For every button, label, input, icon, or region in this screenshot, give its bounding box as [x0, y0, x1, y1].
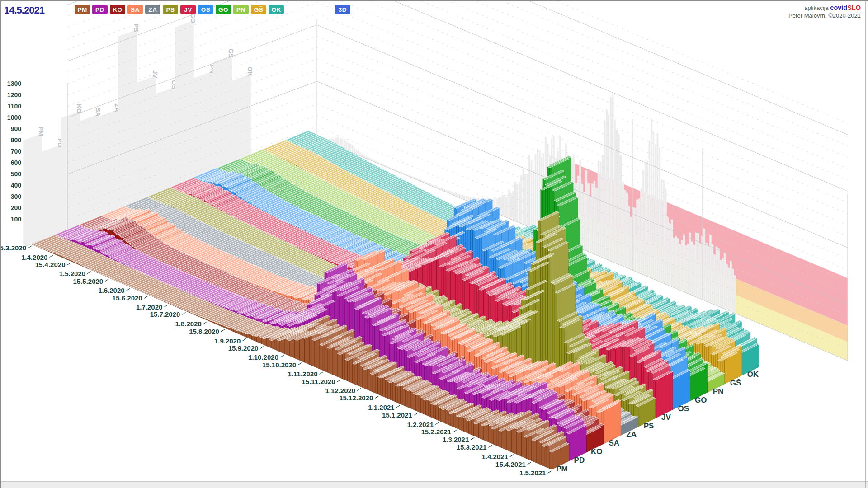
date-tick-1.9.2020: 1.9.2020: [214, 337, 241, 345]
region-label-OS: OS: [678, 404, 689, 413]
wall-bar-PS: [118, 29, 137, 212]
date-tick-15.1.2021: 15.1.2021: [382, 411, 412, 419]
date-tick-1.11.2020: 1.11.2020: [288, 370, 318, 378]
region-label-OK: OK: [747, 370, 759, 379]
date-tick-1.8.2020: 1.8.2020: [175, 320, 201, 328]
wall-bar-OK: [232, 74, 251, 169]
y-tick-500: 500: [11, 170, 22, 178]
legend-chip-PN[interactable]: PN: [233, 5, 249, 14]
region-label-ZA: ZA: [626, 430, 637, 439]
chart-3d-canvas[interactable]: PMPDKOSAZAPSJVOSGOPNGŠOK1002003004005006…: [1, 1, 868, 481]
covidslo-window: PMPDKOSAZAPSJVOSGOPNGŠOK1002003004005006…: [0, 0, 868, 488]
date-tick-15.7.2020: 15.7.2020: [150, 310, 180, 318]
wall-bar-label-OK: OK: [246, 67, 254, 76]
legend-chip-SA[interactable]: SA: [127, 5, 143, 14]
date-tick-15.10.2020: 15.10.2020: [262, 361, 296, 369]
legend-chip-PS[interactable]: PS: [163, 5, 178, 14]
date-tick-15.5.2020: 15.5.2020: [73, 277, 103, 285]
legend-chip-PD[interactable]: PD: [92, 5, 108, 14]
wall-bar-PD: [42, 145, 61, 240]
y-tick-300: 300: [11, 193, 22, 200]
wall-bar-PM: [23, 133, 42, 247]
y-tick-1200: 1200: [7, 91, 21, 99]
date-tick-1.3.2021: 1.3.2021: [443, 436, 469, 443]
legend-chip-GO[interactable]: GO: [216, 5, 231, 14]
date-tick-15.9.2020: 15.9.2020: [228, 344, 259, 352]
legend-chip-ZA[interactable]: ZA: [145, 5, 160, 14]
region-label-PD: PD: [574, 456, 585, 465]
date-tick-1.4.2021: 1.4.2021: [481, 453, 508, 460]
wall-bar-label-GŠ: GŠ: [227, 49, 235, 58]
region-label-GO: GO: [695, 396, 707, 404]
date-tick-15.4.2020: 15.4.2020: [35, 261, 66, 268]
wall-bar-JV: [137, 75, 156, 205]
region-label-JV: JV: [661, 413, 671, 422]
region-label-GŠ: GŠ: [730, 379, 741, 387]
y-tick-200: 200: [11, 204, 22, 211]
date-tick-1.10.2020: 1.10.2020: [248, 353, 278, 361]
wall-bar-label-SA: SA: [94, 108, 102, 116]
author-line: Peter Malovrh, ©2020-2021: [788, 12, 861, 19]
date-tick-15.8.2020: 15.8.2020: [189, 328, 219, 335]
wall-bar-OS: [156, 87, 175, 197]
date-tick-1.1.2021: 1.1.2021: [368, 404, 394, 411]
y-tick-700: 700: [11, 148, 22, 155]
date-tick-15.3.2021: 15.3.2021: [457, 443, 487, 451]
axis-labels: 1002003004005006007008009001000110012001…: [7, 80, 21, 223]
window-right-edge: [865, 1, 866, 488]
brand-slo: SLO: [847, 4, 861, 11]
date-tick-15.2.2021: 15.2.2021: [421, 428, 451, 436]
wall-bar-label-JV: JV: [151, 70, 159, 79]
y-tick-1000: 1000: [7, 114, 21, 121]
bottom-strip: [1, 481, 868, 488]
date-tick-15.11.2020: 15.11.2020: [302, 378, 335, 385]
date-tick-15.12.2020: 15.12.2020: [339, 394, 373, 402]
wall-bar-GŠ: [213, 55, 232, 176]
wall-bar-SA: [80, 114, 99, 226]
wall-bar-label-PS: PS: [132, 23, 140, 32]
wall-bar-ZA: [99, 109, 118, 219]
region-label-PS: PS: [644, 422, 654, 430]
legend-chip-KO[interactable]: KO: [110, 5, 125, 14]
legend-chip-OS[interactable]: OS: [198, 5, 213, 14]
region-label-KO: KO: [591, 447, 603, 456]
y-tick-400: 400: [11, 182, 22, 189]
date-tick-15.4.2021: 15.4.2021: [495, 460, 526, 468]
wall-bar-label-PM: PM: [38, 127, 45, 136]
region-legend: PMPDKOSAZAPSJVOSGOPNGŠOK: [75, 5, 284, 14]
date-tick-15.6.2020: 15.6.2020: [112, 294, 142, 302]
date-tick-1.12.2020: 1.12.2020: [325, 387, 355, 394]
date-tick-15.3.2020: 15.3.2020: [1, 244, 26, 252]
wall-bar-KO: [61, 111, 80, 233]
date-tick-1.7.2020: 1.7.2020: [136, 303, 162, 311]
mode-3d-button[interactable]: 3D: [335, 5, 350, 14]
mode-3d-label: 3D: [335, 5, 350, 14]
app-title-prefix: aplikacija: [804, 5, 828, 11]
date-tick-1.6.2020: 1.6.2020: [98, 286, 124, 294]
region-label-SA: SA: [609, 439, 619, 447]
y-tick-800: 800: [11, 136, 22, 144]
y-tick-1300: 1300: [7, 80, 21, 87]
y-tick-100: 100: [11, 216, 22, 223]
date-tick-1.2.2021: 1.2.2021: [407, 421, 434, 428]
wall-bar-PN: [194, 71, 213, 183]
region-label-PM: PM: [556, 465, 568, 473]
current-date-label: 14.5.2021: [4, 5, 44, 16]
wall-bar-label-KO: KO: [75, 104, 83, 113]
legend-chip-OK[interactable]: OK: [269, 5, 284, 14]
date-tick-1.5.2021: 1.5.2021: [519, 469, 546, 477]
y-tick-900: 900: [11, 125, 22, 132]
app-title: aplikacija covidSLO: [788, 4, 861, 12]
legend-chip-JV[interactable]: JV: [180, 5, 196, 14]
legend-chip-PM[interactable]: PM: [75, 5, 90, 14]
legend-chip-GŠ[interactable]: GŠ: [251, 5, 266, 14]
y-tick-600: 600: [11, 159, 22, 166]
date-tick-1.4.2020: 1.4.2020: [21, 253, 47, 261]
brand-covid: covid: [830, 4, 847, 11]
y-tick-1100: 1100: [8, 103, 22, 110]
date-tick-1.5.2020: 1.5.2020: [59, 270, 85, 277]
app-credits: aplikacija covidSLO Peter Malovrh, ©2020…: [788, 4, 861, 19]
region-label-PN: PN: [713, 387, 724, 396]
